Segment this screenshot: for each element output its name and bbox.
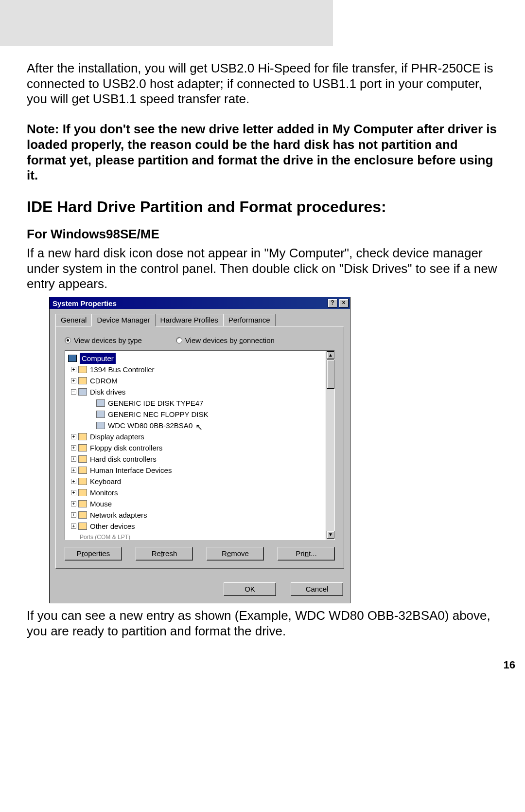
print-button[interactable]: Print... <box>278 547 335 560</box>
disk-icon <box>96 399 105 407</box>
tree-item-cutoff: Ports (COM & LPT) <box>68 532 333 540</box>
device-icon <box>78 500 87 507</box>
tree-item[interactable]: +Display adapters <box>68 431 333 442</box>
tree-root[interactable]: Computer <box>68 353 333 364</box>
page-content: After the installation, you will get USB… <box>0 46 525 639</box>
scroll-down-icon[interactable]: ▼ <box>327 531 334 539</box>
tab-hardware-profiles[interactable]: Hardware Profiles <box>155 314 224 326</box>
system-properties-window: System Properties ? × General Device Man… <box>49 297 350 603</box>
tree-item[interactable]: +Mouse <box>68 498 333 509</box>
remove-button[interactable]: Remove <box>207 547 264 560</box>
ok-button[interactable]: OK <box>224 582 276 596</box>
computer-icon <box>68 355 77 362</box>
device-icon <box>78 523 87 530</box>
disk-icon <box>78 388 87 396</box>
radio-view-by-connection[interactable]: View devices by connection <box>176 336 275 344</box>
tab-general[interactable]: General <box>55 314 92 326</box>
tree-disk-child[interactable]: GENERIC NEC FLOPPY DISK <box>68 409 333 420</box>
page-number: 16 <box>0 659 525 681</box>
tab-device-manager[interactable]: Device Manager <box>91 314 155 326</box>
device-icon <box>78 366 87 373</box>
tree-disk-child[interactable]: GENERIC IDE DISK TYPE47 <box>68 397 333 409</box>
tree-item[interactable]: +CDROM <box>68 375 333 386</box>
radio-type-suffix: ype <box>130 336 142 344</box>
radio-conn-suffix: onnection <box>243 336 275 344</box>
section-title: IDE Hard Drive Partition and Format proc… <box>27 198 498 216</box>
note-paragraph: Note: If you don't see the new drive let… <box>27 122 498 183</box>
closing-paragraph: If you can see a new entry as shown (Exa… <box>27 608 498 639</box>
radio-conn-accel: c <box>239 336 243 344</box>
window-title: System Properties <box>52 299 117 307</box>
instruction-paragraph: If a new hard disk icon dose not appear … <box>27 246 498 292</box>
intro-paragraph: After the installation, you will get USB… <box>27 61 498 107</box>
tree-item[interactable]: +Network adapters <box>68 509 333 521</box>
radio-type-prefix: View devices by <box>74 336 128 344</box>
device-icon <box>78 444 87 451</box>
device-icon <box>78 467 87 474</box>
close-icon[interactable]: × <box>339 299 349 307</box>
tree-item[interactable]: +Keyboard <box>68 476 333 487</box>
tab-strip: General Device Manager Hardware Profiles… <box>55 314 344 326</box>
disk-icon <box>96 422 105 429</box>
scroll-thumb[interactable] <box>327 360 334 389</box>
properties-button[interactable]: Properties <box>65 547 122 560</box>
device-tree[interactable]: Computer +1394 Bus Controller +CDROM −Di… <box>65 350 335 540</box>
header-banner <box>0 0 525 46</box>
subsection-title: For Windows98SE/ME <box>27 227 498 242</box>
tree-disk-child[interactable]: WDC WD80 0BB-32BSA0↖ <box>68 420 333 431</box>
tree-item[interactable]: +Monitors <box>68 487 333 498</box>
tree-item-disk-drives[interactable]: −Disk drives <box>68 386 333 397</box>
tab-panel: View devices by type View devices by con… <box>55 326 344 569</box>
device-icon <box>78 455 87 463</box>
help-icon[interactable]: ? <box>328 299 337 307</box>
device-icon <box>78 511 87 519</box>
tree-scrollbar[interactable]: ▲ ▼ <box>326 351 334 540</box>
refresh-button[interactable]: Refresh <box>136 547 193 560</box>
device-icon <box>78 478 87 485</box>
tab-performance[interactable]: Performance <box>223 314 276 326</box>
tree-item[interactable]: +1394 Bus Controller <box>68 364 333 375</box>
radio-view-by-type[interactable]: View devices by type <box>65 336 142 344</box>
radio-conn-prefix: View devices by <box>185 336 239 344</box>
device-icon <box>78 377 87 384</box>
tree-item[interactable]: +Hard disk controllers <box>68 453 333 465</box>
header-gray-strip <box>0 0 333 46</box>
tree-item[interactable]: +Other devices <box>68 521 333 532</box>
scroll-up-icon[interactable]: ▲ <box>327 351 334 359</box>
cancel-button[interactable]: Cancel <box>291 582 343 596</box>
device-icon <box>78 489 87 496</box>
disk-icon <box>96 411 105 418</box>
window-titlebar[interactable]: System Properties ? × <box>50 297 350 309</box>
tree-item[interactable]: +Floppy disk controllers <box>68 442 333 453</box>
device-icon <box>78 433 87 440</box>
tree-item[interactable]: +Human Interface Devices <box>68 465 333 476</box>
